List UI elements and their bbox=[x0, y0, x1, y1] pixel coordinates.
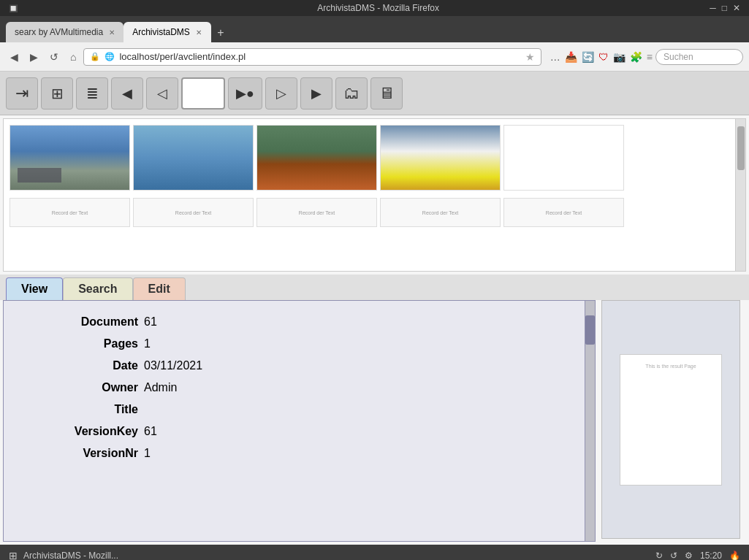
thumb-text-2: Record der Text bbox=[133, 198, 254, 227]
info-row-pages: Pages 1 bbox=[21, 334, 567, 353]
date-value: 03/11/2021 bbox=[144, 359, 202, 372]
tab-searx[interactable]: searx by AVMultimedia ✕ bbox=[6, 22, 123, 42]
flame-icon: 🔥 bbox=[729, 551, 740, 560]
back-button[interactable]: ◀ bbox=[6, 50, 23, 64]
info-row-document: Document 61 bbox=[21, 312, 567, 331]
thumbnail-text-row: Record der Text Record der Text Record d… bbox=[4, 196, 735, 230]
menu-icon[interactable]: ≡ bbox=[647, 51, 653, 63]
tab-view[interactable]: View bbox=[6, 277, 63, 300]
grid-button[interactable]: ⊞ bbox=[41, 77, 73, 110]
versionkey-label: VersionKey bbox=[21, 425, 138, 438]
tab-archivista-label: ArchivistaDMS bbox=[132, 27, 190, 37]
thumbnail-row bbox=[4, 119, 735, 196]
info-scrollbar[interactable] bbox=[585, 301, 595, 541]
thumbnails-container: Record der Text Record der Text Record d… bbox=[3, 118, 746, 272]
versionnr-value: 1 bbox=[144, 447, 151, 460]
thumbnail-3[interactable] bbox=[256, 125, 377, 191]
status-grid-icon: ⊞ bbox=[9, 550, 18, 560]
puzzle-icon[interactable]: 🧩 bbox=[630, 51, 642, 63]
monitor-button[interactable]: 🖥 bbox=[370, 77, 403, 110]
statusbar: ⊞ ArchivistaDMS - Mozill... ↻ ↺ ⚙ 15:20 … bbox=[0, 545, 749, 560]
info-row-title: Title bbox=[21, 400, 567, 419]
shield-icon: 🛡 bbox=[598, 51, 609, 63]
settings-icon[interactable]: ⚙ bbox=[685, 551, 693, 560]
scrollbar-thumb[interactable] bbox=[737, 126, 745, 170]
firefox-sync-icon[interactable]: 🔄 bbox=[582, 51, 594, 63]
refresh1-icon[interactable]: ↻ bbox=[655, 551, 663, 560]
thumb-text-4: Record der Text bbox=[380, 198, 501, 227]
maximize-button[interactable]: □ bbox=[722, 3, 727, 13]
pages-label: Pages bbox=[21, 337, 138, 350]
info-scrollbar-thumb[interactable] bbox=[585, 315, 595, 345]
owner-label: Owner bbox=[21, 381, 138, 394]
preview-panel: This is the result Page bbox=[601, 300, 740, 539]
list-button[interactable]: ≣ bbox=[76, 77, 108, 110]
info-row-versionnr: VersionNr 1 bbox=[21, 444, 567, 463]
blank-button[interactable] bbox=[181, 77, 225, 110]
play-button[interactable]: ▶● bbox=[228, 77, 262, 110]
preview-document: This is the result Page bbox=[620, 354, 722, 486]
statusbar-app-label: ArchivistaDMS - Mozill... bbox=[23, 551, 118, 560]
versionnr-label: VersionNr bbox=[21, 447, 138, 460]
camera-icon[interactable]: 📷 bbox=[613, 51, 626, 63]
status-time: 15:20 bbox=[700, 551, 722, 560]
reload-button[interactable]: ↺ bbox=[45, 50, 63, 64]
browser-toolbar: ◀ ▶ ↺ ⌂ 🔒 🌐 localhost/perl/avclient/inde… bbox=[0, 42, 749, 72]
browser-search-box[interactable]: Suchen bbox=[655, 49, 743, 65]
statusbar-left: ⊞ ArchivistaDMS - Mozill... bbox=[9, 550, 118, 560]
versionkey-value: 61 bbox=[144, 425, 157, 438]
thumbnail-4[interactable] bbox=[380, 125, 501, 191]
thumbnail-2[interactable] bbox=[133, 125, 254, 191]
thumb-text-3: Record der Text bbox=[256, 198, 377, 227]
pages-value: 1 bbox=[144, 337, 151, 350]
titlebar-title: ArchivistaDMS - Mozilla Firefox bbox=[47, 3, 710, 13]
tab-edit[interactable]: Edit bbox=[133, 277, 186, 300]
tab-searx-label: searx by AVMultimedia bbox=[15, 27, 103, 37]
thumb-text-5: Record der Text bbox=[503, 198, 624, 227]
forward-button[interactable]: ▶ bbox=[26, 50, 42, 64]
folder-button[interactable]: 🗂 bbox=[335, 77, 368, 110]
thumbnails-scrollbar[interactable] bbox=[735, 119, 745, 271]
url-text[interactable]: localhost/perl/avclient/index.pl bbox=[119, 51, 520, 62]
info-panel: Document 61 Pages 1 Date 03/11/2021 Owne… bbox=[3, 300, 596, 542]
owner-value: Admin bbox=[144, 381, 177, 394]
new-tab-button[interactable]: + bbox=[211, 23, 229, 42]
browser-tabbar: searx by AVMultimedia ✕ ArchivistaDMS ✕ … bbox=[0, 16, 749, 42]
thumbnails-main: Record der Text Record der Text Record d… bbox=[4, 119, 735, 271]
prev-button[interactable]: ◁ bbox=[146, 77, 178, 110]
tab-archivista-close[interactable]: ✕ bbox=[196, 28, 202, 37]
exit-button[interactable]: ⇥ bbox=[6, 77, 38, 110]
tab-archivista[interactable]: ArchivistaDMS ✕ bbox=[123, 22, 211, 42]
bottom-panel: Document 61 Pages 1 Date 03/11/2021 Owne… bbox=[3, 300, 746, 542]
home-button[interactable]: ⌂ bbox=[66, 50, 80, 64]
minimize-button[interactable]: ─ bbox=[710, 3, 716, 13]
app-toolbar: ⇥ ⊞ ≣ ◀ ◁ ▶● ▷ ▶ 🗂 🖥 bbox=[0, 72, 749, 115]
tab-searx-close[interactable]: ✕ bbox=[109, 28, 115, 37]
thumbnail-5[interactable] bbox=[503, 125, 624, 191]
statusbar-right: ↻ ↺ ⚙ 15:20 🔥 bbox=[655, 551, 740, 560]
info-row-versionkey: VersionKey 61 bbox=[21, 422, 567, 441]
close-button[interactable]: ✕ bbox=[733, 3, 740, 13]
titlebar-controls[interactable]: ─ □ ✕ bbox=[710, 3, 746, 13]
view-tab-bar: View Search Edit bbox=[0, 275, 749, 300]
main-content: Record der Text Record der Text Record d… bbox=[0, 115, 749, 545]
info-row-date: Date 03/11/2021 bbox=[21, 356, 567, 375]
more-button[interactable]: … bbox=[550, 51, 560, 63]
preview-text: This is the result Page bbox=[645, 364, 696, 369]
title-label: Title bbox=[21, 403, 138, 416]
tab-search-label: Search bbox=[78, 283, 117, 295]
browser-toolbar-icons: … 📥 🔄 🛡 📷 🧩 ≡ bbox=[550, 51, 653, 63]
pocket-icon[interactable]: 📥 bbox=[565, 51, 577, 63]
bookmark-icon[interactable]: ★ bbox=[525, 51, 535, 63]
info-row-owner: Owner Admin bbox=[21, 378, 567, 397]
url-prefix-icon: 🌐 bbox=[104, 52, 115, 61]
refresh2-icon[interactable]: ↺ bbox=[670, 551, 677, 560]
next-button[interactable]: ▷ bbox=[265, 77, 297, 110]
search-placeholder: Suchen bbox=[664, 52, 693, 62]
prev-prev-button[interactable]: ◀ bbox=[111, 77, 143, 110]
tab-search[interactable]: Search bbox=[63, 277, 132, 300]
thumbnail-1[interactable] bbox=[9, 125, 130, 191]
next-next-button[interactable]: ▶ bbox=[300, 77, 332, 110]
url-bar[interactable]: 🔒 🌐 localhost/perl/avclient/index.pl ★ bbox=[83, 48, 541, 66]
tab-edit-label: Edit bbox=[148, 283, 170, 295]
